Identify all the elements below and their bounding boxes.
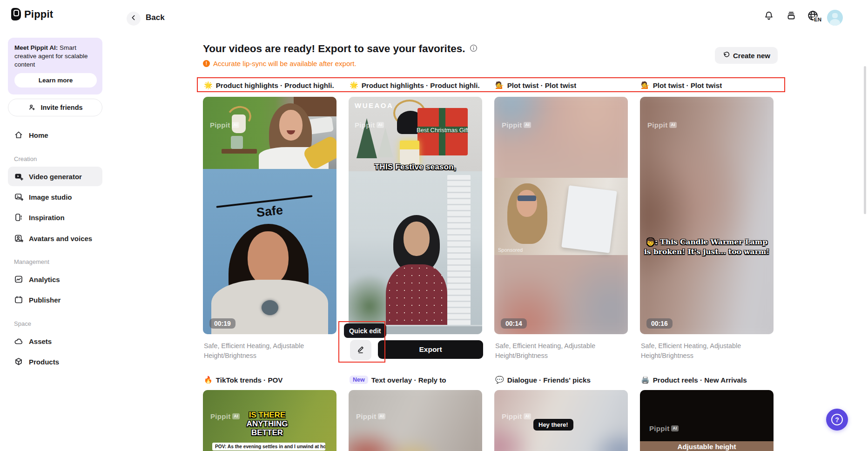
- language-label: EN: [814, 17, 822, 22]
- analytics-icon: [14, 275, 23, 284]
- thumb4-caption: 👦: This Candle Warmer Lamp is broken! It…: [644, 237, 770, 257]
- person-tipping-hand-icon: 💁: [495, 81, 504, 89]
- sidebar-item-inspiration[interactable]: Inspiration: [8, 208, 102, 227]
- sidebar-item-video-generator[interactable]: Video generator: [8, 167, 102, 186]
- publisher-icon: [14, 295, 23, 304]
- video-title-8: 🖨️ Product reels · New Arrivals: [641, 375, 747, 385]
- video-title-1: 🌟 Product highlights · Product highli...: [204, 80, 334, 90]
- section-label-creation: Creation: [14, 155, 37, 162]
- page-title-row: Your videos are ready! Export to save yo…: [203, 43, 478, 55]
- sidebar-item-home[interactable]: Home: [8, 125, 102, 145]
- fire-icon: 🔥: [204, 376, 213, 384]
- avatars-icon: [14, 234, 23, 243]
- thumb2-brand-text: WUEAOA: [355, 101, 393, 109]
- video-thumbnail-4[interactable]: PippitAI 👦: This Candle Warmer Lamp is b…: [640, 97, 774, 334]
- back-label: Back: [146, 13, 165, 22]
- section-label-space: Space: [14, 320, 31, 327]
- workspace-button[interactable]: [785, 10, 797, 23]
- video-description-1: Safe, Efficient Heating, Adjustable Heig…: [204, 341, 321, 360]
- create-new-label: Create new: [733, 52, 770, 60]
- learn-more-button[interactable]: Learn more: [14, 73, 97, 88]
- avatar-head-shape: [832, 13, 838, 18]
- sidebar-item-label: Analytics: [29, 276, 60, 283]
- warning-text: Accurate lip-sync will be available afte…: [213, 60, 357, 67]
- pippit-logo[interactable]: Pippit: [11, 8, 53, 20]
- invite-friends-label: Invite friends: [40, 104, 82, 111]
- scrollbar[interactable]: [864, 66, 866, 214]
- pippit-watermark: PippitAI: [502, 412, 531, 420]
- pippit-logo-text: Pippit: [24, 8, 53, 20]
- sidebar-item-analytics[interactable]: Analytics: [8, 269, 102, 289]
- language-button[interactable]: EN: [807, 9, 822, 24]
- thumb2-gift-caption: Best Christmas Gift: [417, 127, 469, 134]
- video-title-2: 🌟 Product highlights · Product highli...: [350, 80, 480, 90]
- quick-edit-tooltip: Quick edit: [344, 323, 386, 338]
- page-title: Your videos are ready! Export to save yo…: [203, 43, 465, 55]
- video-title-6: New Text overlay · Reply to: [350, 375, 446, 385]
- sidebar-item-avatars-voices[interactable]: Avatars and voices: [8, 229, 102, 248]
- create-new-button[interactable]: Create new: [715, 47, 778, 64]
- video-description-4: Safe, Efficient Heating, Adjustable Heig…: [641, 341, 758, 360]
- video-title-5: 🔥 TikTok trends · POV: [204, 375, 283, 385]
- sidebar-item-label: Image studio: [29, 193, 72, 201]
- sidebar-item-label: Video generator: [29, 173, 82, 181]
- video-title-3: 💁 Plot twist · Plot twist: [495, 80, 576, 90]
- notifications-button[interactable]: [762, 10, 775, 23]
- avatar[interactable]: [827, 10, 843, 26]
- duration-badge: 00:14: [501, 318, 527, 329]
- help-button[interactable]: ?: [826, 409, 848, 431]
- sidebar-item-label: Assets: [29, 337, 52, 345]
- thumb1-room-scene: [203, 97, 336, 169]
- thumb6-blurred-bg: [349, 390, 482, 451]
- info-icon[interactable]: [470, 43, 478, 55]
- video-thumbnail-3[interactable]: PippitAI Sponsored 00:14: [494, 97, 628, 334]
- video-thumbnail-7[interactable]: PippitAI Hey there!: [494, 390, 628, 451]
- sidebar-item-label: Inspiration: [29, 214, 65, 222]
- thumb1-speaker-scene: Safe: [203, 169, 336, 334]
- avatar-body-shape: [830, 19, 840, 26]
- video-thumbnail-2[interactable]: WUEAOA PippitAI Best Christmas Gift THIS…: [349, 97, 482, 334]
- pippit-logo-icon: [11, 8, 21, 20]
- thumb2-balcony-scene: [349, 171, 482, 334]
- pippit-watermark: PippitAI: [210, 121, 239, 129]
- speech-balloon-icon: 💬: [495, 376, 504, 384]
- person-tipping-hand-icon: 💁: [641, 81, 650, 89]
- video-thumbnail-1[interactable]: PippitAI Safe 00:19: [203, 97, 336, 334]
- section-label-management: Management: [14, 258, 49, 265]
- glowing-star-icon: 🌟: [350, 81, 358, 89]
- sidebar-item-image-studio[interactable]: Image studio: [8, 187, 102, 207]
- image-studio-icon: [14, 192, 23, 202]
- sidebar-item-assets[interactable]: Assets: [8, 331, 102, 351]
- refresh-icon: [722, 51, 730, 60]
- sidebar-item-label: Avatars and voices: [29, 235, 92, 242]
- sidebar-item-label: Publisher: [29, 296, 61, 304]
- sponsored-label: Sponsored: [498, 247, 523, 253]
- video-thumbnail-6[interactable]: PippitAI: [349, 390, 482, 451]
- pencil-icon: [356, 345, 365, 356]
- sidebar-item-products[interactable]: Products: [8, 352, 102, 371]
- person-plus-icon: [27, 103, 37, 112]
- video-description-3: Safe, Efficient Heating, Adjustable Heig…: [495, 341, 612, 360]
- duration-badge: 00:19: [209, 318, 236, 329]
- pippit-watermark: PippitAI: [356, 412, 385, 420]
- chevron-left-icon: [130, 14, 137, 23]
- promo-text: Meet Pippit AI: Smart creative agent for…: [14, 44, 96, 68]
- pippit-watermark: PippitAI: [647, 121, 677, 129]
- sidebar-item-publisher[interactable]: Publisher: [8, 290, 102, 310]
- thumb3-video-band: Sponsored: [494, 178, 628, 255]
- box-icon: [14, 357, 23, 366]
- new-badge: New: [350, 376, 368, 384]
- thumb8-caption: Adjustable height: [640, 443, 774, 451]
- export-button[interactable]: Export: [378, 340, 483, 359]
- warning-icon: !: [203, 60, 210, 67]
- duration-badge: 00:16: [646, 318, 673, 329]
- video-thumbnail-8[interactable]: PippitAI Adjustable height: [640, 390, 774, 451]
- thumb2-caption: THIS Festive season,: [349, 162, 482, 171]
- printer-icon: 🖨️: [641, 376, 650, 384]
- bell-icon: [763, 10, 774, 23]
- home-icon: [14, 130, 23, 140]
- video-thumbnail-5[interactable]: PippitAI IS THERE ANYTHING BETTER POV: A…: [203, 390, 336, 451]
- back-button[interactable]: [127, 12, 141, 26]
- quick-edit-button[interactable]: [350, 340, 371, 360]
- invite-friends-button[interactable]: Invite friends: [8, 99, 102, 116]
